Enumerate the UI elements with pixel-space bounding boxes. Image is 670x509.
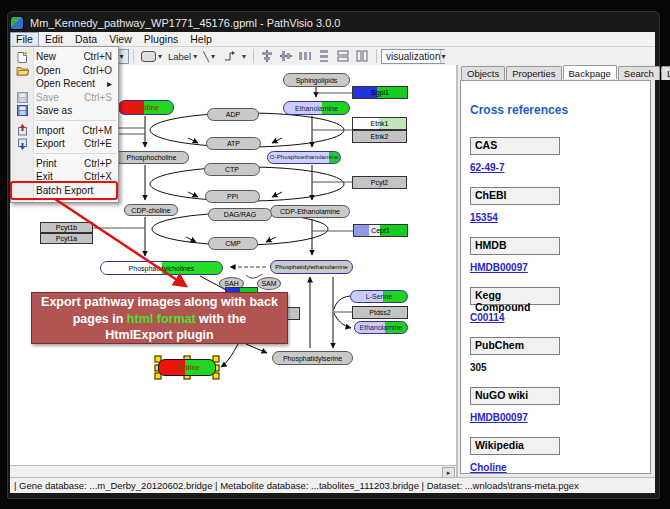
- xref-link[interactable]: Choline: [470, 462, 650, 473]
- node-ethanolamine-lower[interactable]: Ethanolamine: [354, 321, 408, 334]
- callout-line-2: pages in html format with the: [32, 311, 287, 328]
- tab-legend[interactable]: Legend: [661, 66, 670, 80]
- tab-objects[interactable]: Objects: [461, 66, 505, 80]
- node-l-serine[interactable]: L-Serine: [350, 290, 408, 303]
- menu-data[interactable]: Data: [69, 33, 103, 46]
- node-dag[interactable]: DAG/RAG: [208, 208, 272, 221]
- menu-item-open-recent[interactable]: Open Recent ▸: [11, 77, 118, 91]
- node-cdp-ethanolamine[interactable]: CDP-Ethanolamine: [270, 205, 350, 218]
- node-cmp[interactable]: CMP: [208, 237, 258, 250]
- node-pcyt1a[interactable]: Pcyt1a: [40, 233, 93, 244]
- xref-link[interactable]: 15354: [470, 212, 650, 223]
- callout-line-3: HtmlExport plugin: [32, 327, 287, 344]
- tab-backpage[interactable]: Backpage: [563, 65, 617, 79]
- save-disk-icon: [11, 92, 33, 103]
- backpage-content: Cross references CAS 62-49-7 ChEBI 15354…: [460, 80, 651, 474]
- stack-vertical-icon[interactable]: [356, 50, 369, 63]
- align-center-icon[interactable]: [261, 50, 274, 63]
- stack-horizontal-icon[interactable]: [337, 50, 350, 63]
- chevron-down-icon: ▾: [242, 52, 246, 61]
- menu-edit[interactable]: Edit: [39, 33, 69, 46]
- menu-item-import[interactable]: ImportCtrl+M: [11, 124, 118, 138]
- node-etnk2[interactable]: Etnk2: [352, 130, 407, 143]
- status-bar: | Gene database: ...m_Derby_20120602.bri…: [10, 477, 655, 493]
- node-phosphatidylethanolamine[interactable]: Phosphatidylethanolamine: [270, 260, 353, 274]
- connector-tool-icon: [224, 50, 237, 63]
- xref-header: NuGO wiki: [470, 387, 560, 405]
- xref-link[interactable]: HMDB00097: [470, 412, 650, 423]
- tab-properties[interactable]: Properties: [506, 66, 561, 80]
- side-panel-tabs: Objects Properties Backpage Search Legen…: [461, 66, 670, 80]
- node-phosphatidylcholines[interactable]: Phosphatidylcholines: [100, 261, 223, 275]
- new-document-icon: [11, 51, 33, 63]
- open-folder-icon: [11, 65, 33, 76]
- menu-item-open[interactable]: OpenCtrl+O: [11, 64, 118, 78]
- node-sam[interactable]: SAM: [257, 277, 281, 290]
- highlighted-text: html format: [127, 312, 196, 326]
- node-cdp-choline[interactable]: CDP-choline: [124, 204, 178, 216]
- add-connector-button[interactable]: ▾: [218, 49, 249, 64]
- xref-section-wikipedia: Wikipedia Choline: [470, 437, 650, 473]
- xref-link[interactable]: C00114: [470, 312, 650, 323]
- selected-node-wrapper: Choline: [158, 359, 216, 376]
- menu-item-print[interactable]: PrintCtrl+P: [11, 157, 118, 171]
- node-ctp[interactable]: CTP: [204, 163, 260, 176]
- menu-item-new[interactable]: NewCtrl+N: [11, 50, 118, 64]
- xref-header: ChEBI: [470, 187, 560, 205]
- save-as-disk-icon: [11, 105, 33, 116]
- xref-link[interactable]: HMDB00097: [470, 262, 650, 273]
- xref-section-nugo: NuGO wiki HMDB00097: [470, 387, 650, 423]
- node-o-phosphoethanolamine[interactable]: O-Phosphoethanolamine: [267, 151, 341, 164]
- chevron-down-icon: ▾: [158, 52, 162, 61]
- align-middle-icon[interactable]: [280, 50, 293, 63]
- xref-header: HMDB: [470, 237, 560, 255]
- submenu-arrow-icon: ▸: [107, 78, 118, 89]
- node-ppi[interactable]: PPi: [205, 190, 260, 203]
- node-sgpl1[interactable]: Sgpl1: [352, 86, 408, 99]
- add-label-button[interactable]: Label ▾: [165, 49, 200, 64]
- node-ptdss2[interactable]: Ptdss2: [352, 306, 408, 319]
- visualization-combobox[interactable]: visualization ▾: [381, 49, 445, 64]
- xref-header: Wikipedia: [470, 437, 560, 455]
- xref-section-kegg: Kegg Compound C00114: [470, 287, 650, 323]
- node-phosphocholine[interactable]: Phosphocholine: [114, 151, 189, 164]
- xref-section-hmdb: HMDB HMDB00097: [470, 237, 650, 273]
- add-line-button[interactable]: ╲ ▾: [200, 49, 218, 64]
- node-ethanolamine[interactable]: Ethanolamine: [283, 101, 350, 115]
- add-datanode-button[interactable]: ▾: [138, 49, 165, 64]
- annotation-callout: Export pathway images along with back pa…: [31, 292, 288, 344]
- menu-plugins[interactable]: Plugins: [138, 33, 184, 46]
- node-adp[interactable]: ADP: [207, 108, 259, 121]
- title-bar: Mm_Kennedy_pathway_WP1771_45176.gpml - P…: [10, 14, 655, 32]
- menu-view[interactable]: View: [103, 33, 138, 46]
- export-icon: [11, 138, 33, 150]
- xref-section-cas: CAS 62-49-7: [470, 137, 650, 173]
- line-tool-icon: ╲: [203, 51, 209, 62]
- distribute-horizontal-icon[interactable]: [299, 50, 312, 63]
- cross-references-heading: Cross references: [470, 103, 650, 117]
- tab-search[interactable]: Search: [618, 66, 660, 80]
- menu-item-save[interactable]: SaveCtrl+S: [11, 91, 118, 105]
- node-choline[interactable]: Choline: [118, 100, 174, 115]
- node-pcyt2[interactable]: Pcyt2: [352, 176, 407, 189]
- xref-link[interactable]: 62-49-7: [470, 162, 650, 173]
- menu-item-exit[interactable]: ExitCtrl+X: [11, 170, 118, 184]
- menu-item-save-as[interactable]: Save as: [11, 104, 118, 118]
- menu-item-batch-export[interactable]: Batch Export: [11, 184, 118, 198]
- import-icon: [11, 124, 33, 136]
- node-choline-selected[interactable]: Choline: [158, 359, 216, 376]
- distribute-vertical-icon[interactable]: [318, 50, 331, 63]
- chevron-down-icon[interactable]: ▾: [440, 50, 445, 63]
- node-phosphatidylserine[interactable]: Phosphatidylserine: [272, 351, 353, 365]
- menu-file[interactable]: File: [10, 32, 39, 47]
- pathvisio-logo-icon: [10, 16, 24, 30]
- node-cept1[interactable]: Cept1: [353, 224, 408, 237]
- node-sphingolipids[interactable]: Sphingolipids: [283, 73, 350, 87]
- menu-help[interactable]: Help: [184, 33, 218, 46]
- xref-section-chebi: ChEBI 15354: [470, 187, 650, 223]
- menu-item-export[interactable]: ExportCtrl+E: [11, 137, 118, 151]
- node-atp[interactable]: ATP: [206, 137, 261, 150]
- node-etnk1[interactable]: Etnk1: [352, 117, 407, 130]
- node-pcyt1b[interactable]: Pcyt1b: [40, 222, 93, 233]
- xref-header: Kegg Compound: [470, 287, 560, 305]
